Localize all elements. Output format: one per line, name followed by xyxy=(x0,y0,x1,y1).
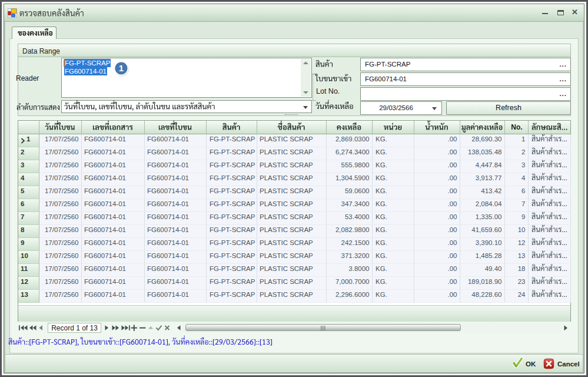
svg-text:1: 1 xyxy=(119,63,124,73)
